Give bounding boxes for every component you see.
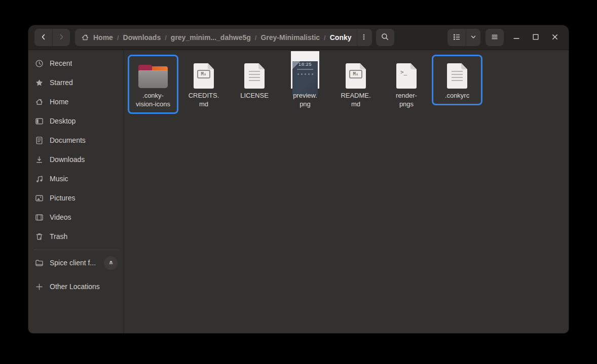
download-icon	[35, 155, 44, 164]
file-manager-window: Home / Downloads / grey_minim..._dahwe5g…	[28, 25, 569, 333]
file-item-credits-md[interactable]: M↓ CREDITS. md	[178, 55, 229, 114]
sidebar-item-label: Downloads	[50, 155, 85, 164]
maximize-button[interactable]	[528, 30, 543, 45]
breadcrumb-segment-downloads[interactable]: Downloads	[123, 33, 161, 42]
chevron-left-icon	[40, 33, 48, 43]
sidebar-item-other-locations[interactable]: Other Locations	[28, 277, 124, 296]
hamburger-menu-icon	[491, 33, 499, 43]
sidebar-item-recent[interactable]: Recent	[28, 54, 124, 73]
eject-icon	[108, 259, 114, 267]
plus-icon	[35, 282, 44, 291]
maximize-icon	[532, 33, 539, 42]
file-name: preview. png	[293, 91, 317, 108]
close-icon	[551, 33, 558, 42]
folder-icon	[138, 58, 168, 89]
sidebar-item-label: Music	[50, 175, 68, 183]
breadcrumb-segment-grey-minimalistic[interactable]: Grey-Minimalistic	[260, 33, 320, 42]
sidebar-item-label: Videos	[50, 213, 71, 221]
sidebar-separator	[33, 250, 119, 250]
music-note-icon	[35, 175, 44, 183]
close-button[interactable]	[547, 30, 563, 45]
view-options-split-button	[447, 29, 480, 46]
places-sidebar: Recent Starred Home Desktop	[28, 50, 124, 333]
file-item-conky-vision-icons[interactable]: .conky- vision-icons	[128, 55, 178, 114]
thumbnail-detail-dots	[292, 73, 318, 75]
markdown-glyph: M↓	[197, 70, 210, 78]
back-button[interactable]	[34, 29, 52, 46]
sidebar-item-label: Spice client f...	[50, 259, 96, 267]
sidebar-item-label: Home	[50, 98, 68, 106]
history-nav-group	[34, 29, 70, 46]
file-view-area[interactable]: .conky- vision-icons M↓ CREDITS. md LICE…	[124, 50, 569, 333]
location-menu-button[interactable]	[357, 29, 371, 46]
sidebar-item-home[interactable]: Home	[28, 92, 124, 111]
window-controls	[509, 30, 563, 45]
search-button[interactable]	[376, 29, 394, 46]
chevron-down-icon	[470, 33, 477, 42]
markdown-file-icon: M↓	[194, 58, 214, 89]
path-bar: Home / Downloads / grey_minim..._dahwe5g…	[75, 29, 372, 46]
document-icon	[35, 136, 44, 145]
sidebar-item-videos[interactable]: Videos	[28, 208, 124, 227]
breadcrumb-separator: /	[324, 34, 326, 42]
main-menu-button[interactable]	[486, 29, 504, 46]
thumbnail-caption-line	[297, 69, 313, 70]
sidebar-item-label: Pictures	[50, 194, 76, 202]
sidebar-item-label: Trash	[50, 232, 67, 240]
home-icon	[81, 33, 89, 42]
shell-prompt-glyph: >_	[400, 69, 407, 75]
file-name: CREDITS. md	[189, 91, 219, 108]
eject-button[interactable]	[104, 256, 118, 270]
kebab-menu-icon	[360, 33, 368, 43]
sidebar-item-pictures[interactable]: Pictures	[28, 188, 124, 208]
file-item-render-pngs[interactable]: >_ render- pngs	[381, 55, 432, 114]
file-item-license[interactable]: LICENSE	[229, 55, 280, 105]
file-name: .conkyrc	[445, 91, 469, 100]
file-item-preview-png[interactable]: 18:25 preview. png	[280, 55, 330, 114]
sidebar-item-label: Starred	[50, 78, 73, 87]
breadcrumb-segment-current-conky: Conky	[330, 33, 352, 42]
chevron-right-icon	[57, 33, 65, 43]
film-icon	[35, 213, 44, 222]
file-grid: .conky- vision-icons M↓ CREDITS. md LICE…	[124, 50, 569, 114]
breadcrumb-separator: /	[165, 34, 167, 42]
window-body: Recent Starred Home Desktop	[28, 50, 569, 333]
home-icon	[35, 98, 44, 106]
file-name: render- pngs	[396, 91, 417, 108]
sidebar-item-label: Other Locations	[50, 282, 100, 291]
sidebar-item-label: Recent	[50, 59, 72, 67]
picture-icon	[35, 194, 44, 203]
desktop-icon	[35, 117, 44, 126]
list-view-icon	[453, 33, 461, 43]
sidebar-item-label: Documents	[50, 136, 86, 144]
file-name: LICENSE	[240, 91, 269, 100]
file-item-readme-md[interactable]: M↓ README. md	[330, 55, 381, 114]
markdown-file-icon: M↓	[346, 58, 366, 89]
minimize-icon	[513, 33, 520, 42]
sidebar-item-spice-client-folder[interactable]: Spice client f...	[28, 253, 124, 272]
markdown-glyph: M↓	[349, 70, 362, 78]
breadcrumb-separator: /	[255, 34, 257, 42]
sidebar-item-trash[interactable]: Trash	[28, 227, 124, 246]
sidebar-item-label: Desktop	[50, 117, 76, 125]
star-icon	[35, 78, 44, 87]
text-file-icon	[244, 58, 265, 89]
sidebar-item-starred[interactable]: Starred	[28, 73, 124, 92]
sidebar-item-documents[interactable]: Documents	[28, 131, 124, 150]
sidebar-item-downloads[interactable]: Downloads	[28, 150, 124, 169]
image-thumbnail: 18:25	[291, 58, 319, 89]
sidebar-item-desktop[interactable]: Desktop	[28, 111, 124, 131]
minimize-button[interactable]	[509, 30, 524, 45]
file-item-conkyrc[interactable]: .conkyrc	[432, 55, 482, 105]
breadcrumb-segment-home[interactable]: Home	[93, 33, 113, 42]
clock-icon	[35, 59, 44, 68]
script-file-icon: >_	[396, 58, 417, 89]
list-view-button[interactable]	[447, 29, 466, 46]
forward-button[interactable]	[52, 29, 70, 46]
search-icon	[381, 32, 389, 43]
file-name: README. md	[341, 91, 370, 108]
file-name: .conky- vision-icons	[136, 91, 170, 108]
breadcrumb-segment-archive[interactable]: grey_minim..._dahwe5g	[171, 33, 251, 42]
view-options-dropdown-button[interactable]	[466, 29, 480, 46]
sidebar-item-music[interactable]: Music	[28, 169, 124, 188]
